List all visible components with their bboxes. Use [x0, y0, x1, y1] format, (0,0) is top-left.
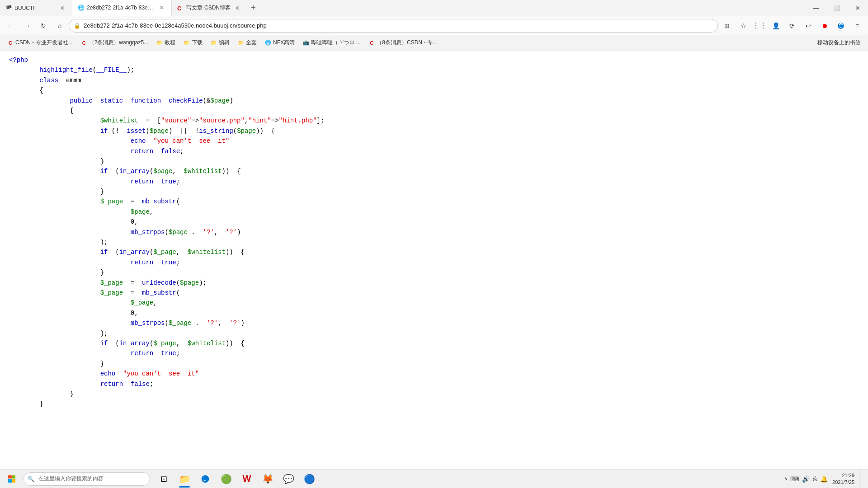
new-tab-button[interactable]: + [247, 0, 259, 16]
taskbar-task-view[interactable]: ⊡ [154, 469, 174, 488]
address-bar[interactable]: 🔒 2e8db272-2f1a-4c7b-83ee-0e128e4a530e.n… [69, 19, 718, 33]
taskbar-wps[interactable]: W [237, 469, 257, 488]
refresh-button[interactable]: ↻ [36, 19, 51, 33]
bookmark-bilibili[interactable]: 📺 哔哩哔哩（ '-'つロ ... [299, 38, 364, 48]
bookmark-label-edit: 编辑 [219, 39, 230, 47]
bookmark-favicon-nfx: 🌐 [265, 40, 271, 46]
undo-button[interactable]: ↩ [801, 19, 816, 33]
bookmark-fullset[interactable]: 📁 全套 [234, 38, 260, 48]
taskbar: 🔍 在这里输入你要搜索的内容 ⊡ 📁 🟢 W 🦊 💬 🔵 [0, 469, 868, 488]
home-button[interactable]: ⌂ [52, 19, 67, 33]
minimize-button[interactable]: — [806, 0, 826, 16]
windows-logo-icon [8, 475, 15, 483]
bookmark-nfx[interactable]: 🌐 NFX高清 [261, 38, 298, 48]
back-button[interactable]: ← [4, 19, 18, 33]
wps-icon: W [243, 474, 251, 484]
address-bar-container: 🔒 2e8db272-2f1a-4c7b-83ee-0e128e4a530e.n… [69, 19, 718, 33]
firefox-icon: 🦊 [262, 474, 274, 484]
clock-time: 21:29 [842, 472, 854, 479]
tab-close-csdn[interactable]: ✕ [233, 4, 241, 12]
lang-indicator[interactable]: 英 [812, 475, 817, 482]
tab-buuctf[interactable]: 🏴 BUUCTF ✕ [0, 0, 72, 16]
bookmark-favicon-edit: 📁 [211, 40, 217, 46]
browser-toolbar: ← → ↻ ⌂ 🔒 2e8db272-2f1a-4c7b-83ee-0e128e… [0, 16, 868, 35]
app-green-icon: 🟢 [221, 474, 232, 484]
bookmark-edit[interactable]: 📁 编辑 [207, 38, 233, 48]
bookmark-favicon-csdn2: C [81, 40, 87, 46]
taskbar-apps: ⊡ 📁 🟢 W 🦊 💬 🔵 [154, 469, 319, 488]
taskbar-search[interactable]: 🔍 在这里输入你要搜索的内容 [24, 472, 150, 486]
start-button[interactable] [2, 469, 22, 488]
chevron-up-icon[interactable]: ∧ [784, 476, 788, 482]
code-line: <?php [9, 55, 859, 65]
bookmark-csdn-2[interactable]: C （2条消息）wangqaz5... [77, 38, 152, 48]
search-icon: 🔍 [28, 476, 34, 482]
bookmark-label-download: 下载 [192, 39, 203, 47]
code-line: public static function checkFile(&$page) [9, 96, 859, 106]
taskbar-right: ∧ ⌨ 🔊 英 🔔 21:29 2021/7/25 [784, 469, 866, 488]
code-line: $page, [9, 207, 859, 217]
tab-close-source[interactable]: ✕ [158, 4, 166, 12]
bookmark-label-csdn2: （2条消息）wangqaz5... [89, 39, 148, 47]
profile-button[interactable]: 👤 [769, 19, 783, 33]
show-desktop-button[interactable] [859, 469, 863, 488]
menu-button[interactable]: ≡ [850, 19, 864, 33]
code-line: echo "you can't see it" [9, 136, 859, 146]
tab-favicon-source: 🌐 [78, 5, 84, 11]
bookmark-favicon-csdn1: C [7, 40, 14, 46]
taskbar-clock[interactable]: 21:29 2021/7/25 [830, 471, 857, 486]
tab-source[interactable]: 🌐 2e8db272-2f1a-4c7b-83ee-0e12... ✕ [72, 0, 172, 16]
code-line: { [9, 106, 859, 116]
bookmark-csdn-1[interactable]: C CSDN - 专业开发者社... [4, 38, 76, 48]
taskbar-file-explorer[interactable]: 📁 [175, 469, 194, 488]
mobile-bookmarks-label: 移动设备上的书签 [817, 39, 861, 47]
bookmark-download[interactable]: 📁 下载 [180, 38, 206, 48]
code-line: return true; [9, 348, 859, 358]
maximize-button[interactable]: ⬜ [826, 0, 847, 16]
close-button[interactable]: ✕ [847, 0, 868, 16]
keyboard-icon[interactable]: ⌨ [790, 475, 799, 483]
code-line: $_page = mb_substr( [9, 197, 859, 206]
code-line: } [9, 359, 859, 369]
taskbar-app7[interactable]: 🔵 [299, 469, 319, 488]
sync-button[interactable]: ⟳ [785, 19, 799, 33]
toolbar-right: ⊞ ☆ ⋮⋮ 👤 ⟳ ↩ ⏺ ≡ [720, 19, 864, 33]
titlebar: 🏴 BUUCTF ✕ 🌐 2e8db272-2f1a-4c7b-83ee-0e1… [0, 0, 868, 16]
sidebar-button[interactable]: ⋮⋮ [752, 19, 767, 33]
code-line: ); [9, 328, 859, 338]
speaker-icon[interactable]: 🔊 [802, 475, 810, 483]
taskbar-firefox[interactable]: 🦊 [258, 469, 278, 488]
security-lock-icon: 🔒 [74, 23, 80, 29]
star-button[interactable]: ☆ [736, 19, 750, 33]
tab-title-buuctf: BUUCTF [14, 5, 56, 11]
tab-close-buuctf[interactable]: ✕ [58, 4, 66, 12]
code-line: $_page = mb_substr( [9, 288, 859, 298]
bookmark-label-csdn3: （8条消息）CSDN - 专... [377, 39, 437, 47]
window-controls: — ⬜ ✕ [806, 0, 868, 16]
code-line: 0, [9, 217, 859, 227]
notification-icon[interactable]: 🔔 [820, 475, 828, 483]
edge-icon-btn[interactable] [834, 19, 848, 33]
code-line: return false; [9, 379, 859, 389]
record-button[interactable]: ⏺ [817, 19, 832, 33]
bookmark-favicon-fullset: 📁 [238, 40, 244, 46]
code-line: class emmm [9, 75, 859, 85]
forward-button[interactable]: → [20, 19, 34, 33]
bookmark-label-nfx: NFX高清 [273, 39, 295, 47]
code-line: { [9, 85, 859, 95]
extensions-button[interactable]: ⊞ [720, 19, 734, 33]
bookmarks-right: 移动设备上的书签 [814, 38, 864, 48]
code-line: mb_strpos($_page . '?', '?') [9, 318, 859, 328]
bookmark-tutorial[interactable]: 📁 教程 [153, 38, 179, 48]
taskbar-wechat[interactable]: 💬 [278, 469, 298, 488]
taskbar-app-green[interactable]: 🟢 [216, 469, 236, 488]
wechat-icon: 💬 [283, 474, 294, 484]
tab-csdn[interactable]: C 写文章-CSDN博客 ✕ [172, 0, 247, 16]
taskbar-edge[interactable] [195, 469, 215, 488]
mobile-bookmarks[interactable]: 移动设备上的书签 [814, 38, 864, 48]
taskbar-search-placeholder: 在这里输入你要搜索的内容 [38, 475, 104, 483]
bookmark-csdn-3[interactable]: C （8条消息）CSDN - 专... [365, 38, 440, 48]
code-line: if (! isset($page) || !is_string($page))… [9, 126, 859, 136]
code-line: mb_strpos($page . '?', '?') [9, 227, 859, 237]
app7-icon: 🔵 [304, 474, 315, 484]
